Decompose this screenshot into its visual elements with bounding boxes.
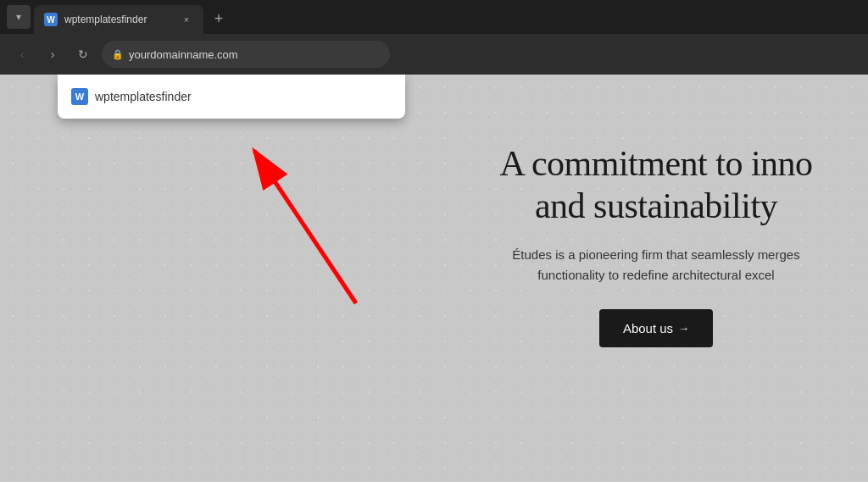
new-tab-button[interactable]: + [207,7,231,30]
autocomplete-dropdown[interactable]: W wptemplatesfinder [58,75,405,119]
back-button[interactable]: ‹ [10,42,34,66]
tab-bar: ▾ W wptemplatesfinder × + [0,0,868,34]
hero-section: A commitment to inno and sustainability … [444,142,868,347]
forward-icon: › [51,47,55,61]
hero-description-line1: Études is a pioneering firm that seamles… [512,247,799,262]
tab-collapse-button[interactable]: ▾ [7,5,31,29]
about-us-button[interactable]: About us → [599,309,713,347]
about-us-label: About us [623,321,673,335]
tab-favicon: W [44,13,58,26]
back-icon: ‹ [20,47,25,61]
tab-title: wptemplatesfinder [64,14,173,25]
hero-headline-line1: A commitment to inno [461,142,851,185]
address-bar-row: ‹ › ↻ 🔒 yourdomainname.com [0,34,868,75]
autocomplete-label: wptemplatesfinder [95,90,192,103]
website-content: W wptemplatesfinder A commitment to inno… [0,75,868,482]
hero-headline: A commitment to inno and sustainability [461,142,851,228]
active-tab[interactable]: W wptemplatesfinder × [34,5,203,34]
annotation-arrow [170,100,441,320]
autocomplete-favicon: W [71,88,88,105]
tab-controls: ▾ [7,5,31,29]
reload-icon: ↻ [78,47,88,61]
about-arrow-icon: → [678,322,689,335]
svg-line-1 [254,151,356,303]
hero-headline-line2: and sustainability [461,185,851,227]
hero-description-line2: functionality to redefine architectural … [537,268,774,282]
lock-icon: 🔒 [112,49,124,60]
hero-description: Études is a pioneering firm that seamles… [461,245,851,285]
browser-chrome: ▾ W wptemplatesfinder × + ‹ › ↻ 🔒 [0,0,868,75]
autocomplete-item[interactable]: W wptemplatesfinder [58,81,405,112]
forward-button[interactable]: › [41,42,64,66]
reload-button[interactable]: ↻ [71,42,95,66]
url-text: yourdomainname.com [129,48,380,61]
chevron-down-icon: ▾ [16,11,21,23]
address-bar[interactable]: 🔒 yourdomainname.com [102,41,390,68]
tab-close-button[interactable]: × [180,13,193,26]
